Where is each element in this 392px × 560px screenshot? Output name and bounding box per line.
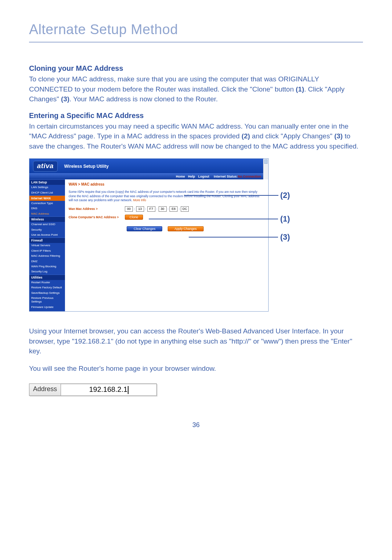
callout-line-3 [189,237,278,238]
status-label: Internet Status: [214,175,238,178]
wan-mac-row: Wan Mac Address > ----- [69,206,262,212]
sidebar-section-header: Firewall [29,238,65,243]
t: . Your MAC address is now cloned to the … [69,95,218,103]
sidebar-item[interactable]: Restart Router [29,280,65,285]
after-p2: You will see the Router's home page in y… [29,364,363,374]
sidebar-item[interactable]: WAN Ping Blocking [29,264,65,269]
sidebar-item[interactable]: Channel and SSID [29,222,65,227]
router-ui-screenshot: ativa Wireless Setup Utility Home Help L… [29,158,269,312]
sidebar-item[interactable]: Restore Previous Settings [29,296,65,305]
mac-octet-input[interactable] [147,206,155,212]
logout-link[interactable]: Logout [198,175,209,178]
clone-button[interactable]: Clone [125,215,143,220]
t: and click "Apply Changes" [250,132,334,140]
mac-separator: - [134,207,135,211]
mac-octet-input[interactable] [181,206,189,212]
logo-text: ativa [37,162,54,170]
logo: ativa [33,161,58,172]
ref-1: (1) [296,85,304,93]
callout-line-1 [149,219,278,219]
ref-2: (2) [242,132,250,140]
mac-octet-input[interactable] [136,206,144,212]
help-link[interactable]: Help [188,175,195,178]
sidebar-item[interactable]: DHCP Client List [29,190,65,195]
sidebar-item[interactable]: Restore Factory Default [29,285,65,290]
browser-window: ativa Wireless Setup Utility Home Help L… [29,158,269,312]
ref-3b: (3) [334,132,343,140]
sidebar-item[interactable]: DMZ [29,259,65,264]
mac-separator: - [156,207,158,211]
after-p1: Using your Internet browser, you can acc… [29,326,363,356]
page-number: 36 [29,421,363,429]
wan-mac-label: Wan Mac Address > [69,207,125,211]
sidebar-item[interactable]: LAN Settings [29,185,65,190]
sidebar-item-active[interactable]: MAC Address [29,211,65,216]
section1-paragraph: To clone your MAC address, make sure tha… [29,74,363,104]
home-link[interactable]: Home [176,175,185,178]
mac-octet-input[interactable] [125,206,133,212]
sidebar-item[interactable]: Use as Access Point [29,232,65,238]
form-buttons: Clear Changes Apply Changes [69,226,262,231]
section-heading-entering: Entering a Specific MAC Address [29,111,363,120]
content-pane: WAN > MAC address Some ISPs require that… [65,179,268,311]
t: To clone your MAC address, make sure tha… [29,75,319,93]
mac-separator: - [168,207,169,211]
clone-label: Clone Computer's MAC Address > [69,215,125,219]
sidebar-item[interactable]: Virtual Servers [29,243,65,248]
clear-changes-button[interactable]: Clear Changes [127,226,162,231]
description-text: Some ISPs require that you clone (copy) … [69,190,262,202]
sidebar-item[interactable]: DNS [29,206,65,211]
more-info-link[interactable]: More Info [133,198,146,202]
mac-separator: - [145,207,146,211]
ref-3: (3) [61,95,69,103]
status-value: No Connection [238,175,261,178]
sidebar-item[interactable]: Security Log [29,269,65,274]
sidebar-section-header: Wireless [29,216,65,222]
callout-3: (3) [280,232,290,242]
mac-octet-input[interactable] [159,206,167,212]
mac-inputs: ----- [125,206,189,212]
mac-separator: - [179,207,180,211]
desc: Some ISPs require that you clone (copy) … [69,190,259,202]
ui-body: LAN SetupLAN SettingsDHCP Client ListInt… [29,179,268,311]
address-bar: Address 192.168.2.1 [29,384,157,396]
sidebar-item[interactable]: Client IP Filters [29,248,65,253]
sidebar-section-header: Internet WAN [29,195,65,201]
top-toolbar: Home Help Logout Internet Status:No Conn… [29,173,268,179]
address-bar-label: Address [29,384,61,395]
ui-header: ativa Wireless Setup Utility [29,159,268,173]
sidebar: LAN SetupLAN SettingsDHCP Client ListInt… [29,179,65,311]
callout-1: (1) [280,214,290,224]
sidebar-item[interactable]: Firmware Update [29,305,65,310]
section-heading-cloning: Cloning your MAC Address [29,64,363,73]
page-title: Alternate Setup Method [29,22,363,42]
sidebar-item[interactable]: Security [29,227,65,232]
sidebar-section-header: Utilities [29,275,65,280]
sidebar-item[interactable]: Connection Type [29,201,65,206]
mac-octet-input[interactable] [170,206,177,212]
sidebar-section-header: LAN Setup [29,179,65,185]
apply-changes-button[interactable]: Apply Changes [168,226,204,231]
sidebar-item[interactable]: Save/Backup Settings [29,291,65,296]
callout-2: (2) [280,191,290,200]
breadcrumb: WAN > MAC address [69,182,262,186]
callout-line-2 [184,195,278,196]
sidebar-item[interactable]: MAC Address Filtering [29,253,65,259]
utility-title: Wireless Setup Utility [64,164,109,169]
address-bar-value[interactable]: 192.168.2.1 [61,384,156,395]
section2-paragraph: In certain circumstances you may need a … [29,121,363,151]
